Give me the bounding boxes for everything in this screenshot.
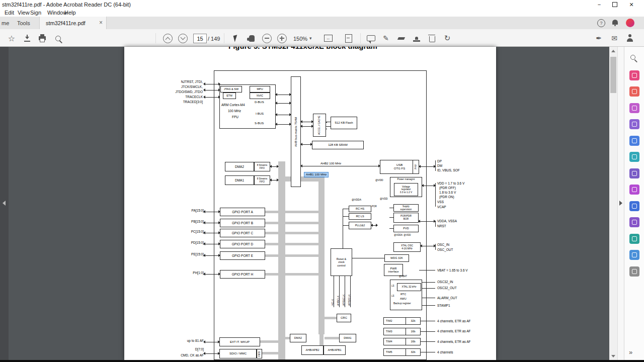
zoom-caret-icon[interactable]: ▾ [309, 36, 312, 41]
diagram-label: OSC_IN [437, 243, 449, 246]
diagram-label: JTDO/SWD, JTDO [168, 90, 203, 94]
box-tim2-size: 32b [406, 317, 421, 325]
scroll-up-button[interactable] [609, 47, 617, 55]
tool-find-icon[interactable] [629, 54, 639, 64]
previous-page-button[interactable] [162, 32, 173, 44]
menu-sign[interactable]: Sign [30, 10, 41, 16]
box-accel-cache: ACCEL / CACHE [313, 114, 326, 137]
diagram-label: @VDDA [352, 199, 361, 202]
box-reset-clock-control: Reset & clock control [331, 248, 352, 276]
share-email-icon[interactable]: ✉ [609, 32, 620, 44]
pointer-glyph [233, 35, 239, 42]
pdf-page[interactable]: JTAG & SWMPUETMNVICAHB bus-matrix 7S4MAC… [124, 47, 496, 360]
tool-stamp-icon[interactable] [629, 266, 639, 277]
title-bar: stm32f411re.pdf - Adobe Acrobat Reader D… [0, 0, 644, 9]
box-tim4-size: 16b [406, 338, 421, 345]
menu-view[interactable]: View [18, 10, 30, 16]
menu-edit[interactable]: Edit [5, 10, 14, 16]
diagram-label: RTC [400, 293, 406, 296]
tab-document[interactable]: stm32f411re.pdf × [39, 17, 107, 29]
box-mpu: MPU [250, 86, 270, 93]
box-ahb-apb2: AHB/APB2 [301, 345, 324, 355]
diagram-label: I-BUS [256, 112, 264, 116]
delete-icon[interactable] [427, 32, 438, 44]
box-usb-phy: PHY [413, 160, 419, 174]
diagram-label: up to 81 AF [175, 339, 204, 342]
save-icon[interactable] [22, 32, 33, 44]
select-tool-icon[interactable] [230, 32, 242, 44]
share-person-icon[interactable] [624, 32, 635, 44]
chevron-left-icon [3, 201, 6, 206]
tool-export-pdf-icon[interactable] [629, 70, 639, 80]
favorites-star-icon[interactable]: ☆ [6, 32, 17, 44]
tool-protect-icon[interactable] [629, 201, 639, 211]
next-page-button[interactable] [177, 32, 188, 44]
stamp-icon[interactable] [411, 32, 422, 44]
tab-close-icon[interactable]: × [99, 19, 103, 26]
tool-compress-pdf-icon[interactable] [629, 168, 639, 178]
scroll-down-button[interactable] [609, 352, 617, 360]
pencil-icon[interactable]: ✎ [380, 32, 391, 44]
box-sram: 128 KB SRAM [312, 141, 364, 149]
box-ahb-apb1: AHB/APB1 [324, 345, 346, 355]
tool-organize-pages-icon[interactable] [629, 152, 639, 162]
print-icon[interactable] [37, 32, 48, 44]
tab-home-partial[interactable]: me [2, 20, 9, 26]
sign-pen-icon[interactable]: ✒ [593, 32, 604, 44]
nav-pane-toggle[interactable] [0, 47, 9, 360]
fit-width-icon[interactable]: ↔ [323, 32, 334, 44]
tool-create-pdf-icon[interactable] [629, 86, 639, 97]
person-glyph [626, 34, 634, 42]
scrollbar-thumb[interactable] [610, 57, 616, 93]
zoom-in-button[interactable] [276, 32, 287, 44]
tool-comment-icon[interactable] [629, 119, 639, 129]
minimize-button[interactable]: − [592, 0, 607, 9]
panel-overflow-button[interactable]: » [629, 348, 631, 356]
diagram-label: S-BUS [255, 122, 264, 125]
page-number-input[interactable] [193, 34, 207, 43]
box-dma1: DMA1 [225, 175, 254, 185]
hand-tool-icon[interactable] [246, 32, 257, 44]
diagram-label: 1.8 to 3.6 V [439, 191, 456, 194]
rotate-refresh-icon[interactable]: ↻ [442, 32, 453, 44]
diagram-label: POR [372, 206, 377, 208]
zoom-out-button[interactable] [261, 32, 272, 44]
box-tim3-size: 16b [406, 328, 421, 335]
diagram-label: ARM Cortex-M4 [221, 103, 245, 107]
diagram-label: VBAT = 1.65 to 3.6 V [437, 268, 468, 272]
diagram-label: VDDA, VSSA [437, 219, 457, 223]
notifications-bell-icon[interactable] [612, 20, 618, 25]
profile-avatar[interactable] [626, 19, 634, 27]
tab-bar: me Tools stm32f411re.pdf × ? [0, 17, 644, 29]
tool-fill-sign-icon[interactable] [629, 217, 639, 227]
close-button[interactable]: × [624, 0, 639, 9]
comment-icon[interactable] [365, 32, 376, 44]
box-sdio-mmc: SDIO / MMC [219, 349, 257, 358]
chevron-down-icon [178, 34, 188, 43]
diagram-label: JTCK/SWCLK, [168, 85, 203, 88]
maximize-button[interactable] [607, 0, 622, 9]
search-icon[interactable] [52, 32, 63, 44]
tool-edit-pdf-icon[interactable] [629, 103, 639, 113]
box-por-pdr-bor: POR/PDR BOR [393, 213, 419, 223]
vertical-scrollbar[interactable] [609, 47, 617, 360]
tab-tools[interactable]: Tools [17, 20, 30, 26]
help-icon[interactable]: ? [597, 19, 605, 27]
fit-width-glyph: ↔ [324, 35, 333, 42]
chevron-up-icon [163, 34, 173, 43]
tool-request-signatures-icon[interactable] [629, 234, 639, 244]
diagram-label: PA[15:0] [180, 209, 204, 212]
toolbar-separator [155, 33, 156, 43]
tool-combine-files-icon[interactable] [629, 136, 639, 146]
fit-page-icon[interactable] [343, 32, 354, 44]
box-sdio-fifo: FIFO [257, 349, 262, 358]
menu-help[interactable]: Help [64, 10, 76, 16]
highlight-icon[interactable] [395, 32, 407, 44]
diagram-label: DM [437, 164, 442, 167]
stamp-glyph [413, 40, 420, 42]
tool-redact-icon[interactable] [629, 185, 639, 195]
panel-collapse-button[interactable] [617, 47, 624, 360]
tool-scan-ocr-icon[interactable] [629, 250, 639, 260]
box-supply-supervision: Supply supervision [393, 204, 419, 212]
zoom-level-value[interactable]: 150% [293, 36, 307, 42]
